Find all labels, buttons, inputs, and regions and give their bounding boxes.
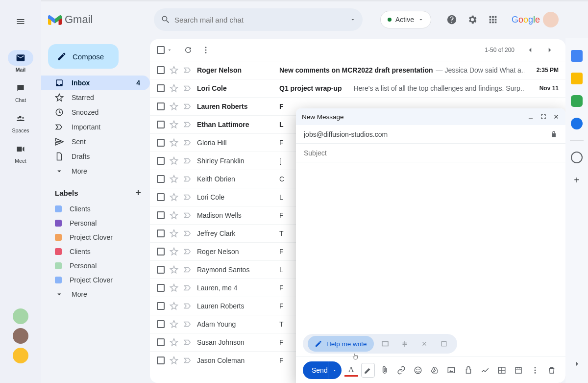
label-item[interactable]: Project Clover (41, 273, 150, 287)
star-icon[interactable] (170, 102, 178, 111)
send-options-button[interactable] (328, 361, 342, 379)
gmail-logo[interactable]: Gmail (48, 13, 148, 26)
send-button[interactable]: Send (303, 361, 342, 379)
image-icon[interactable] (444, 363, 458, 378)
star-icon[interactable] (170, 66, 178, 75)
row-checkbox[interactable] (157, 266, 165, 274)
support-icon[interactable] (446, 14, 458, 26)
important-marker-icon[interactable] (183, 211, 192, 220)
label-item[interactable]: Personal (41, 258, 150, 273)
select-dropdown-icon[interactable] (167, 47, 172, 53)
important-marker-icon[interactable] (183, 302, 192, 310)
prompt-suggest-4-icon[interactable] (436, 336, 452, 352)
star-icon[interactable] (170, 156, 178, 165)
apps-grid-icon[interactable] (487, 14, 499, 26)
star-icon[interactable] (170, 138, 178, 147)
row-checkbox[interactable] (157, 320, 165, 328)
account-avatar[interactable] (543, 12, 559, 27)
rail-mail[interactable]: Mail (5, 50, 36, 73)
search-bar[interactable] (154, 8, 363, 31)
schedule-icon[interactable] (512, 363, 525, 378)
star-icon[interactable] (170, 175, 178, 183)
label-item[interactable]: Project Clover (41, 230, 150, 244)
important-marker-icon[interactable] (183, 356, 192, 365)
avatar-presence-2[interactable] (13, 328, 28, 344)
signature-icon[interactable] (478, 363, 492, 378)
star-icon[interactable] (170, 211, 178, 220)
status-chip[interactable]: Active (380, 11, 431, 28)
row-checkbox[interactable] (157, 211, 165, 219)
avatar-presence-3[interactable] (13, 348, 28, 363)
google-logo[interactable]: Google (512, 12, 559, 27)
row-checkbox[interactable] (157, 248, 165, 255)
compose-body[interactable] (296, 162, 565, 357)
mail-row[interactable]: Lori ColeQ1 project wrap-up — Here's a l… (150, 79, 565, 97)
select-all-checkbox[interactable] (157, 46, 165, 54)
more-icon[interactable] (528, 363, 542, 378)
label-item[interactable]: Clients (41, 202, 150, 216)
important-marker-icon[interactable] (183, 283, 192, 292)
row-checkbox[interactable] (157, 193, 165, 201)
label-item[interactable]: More (41, 287, 150, 301)
prompt-suggest-1-icon[interactable] (377, 336, 393, 352)
compose-button[interactable]: Compose (48, 44, 119, 69)
important-marker-icon[interactable] (183, 338, 192, 347)
layout-icon[interactable] (495, 363, 509, 378)
star-icon[interactable] (170, 338, 178, 347)
drive-icon[interactable] (428, 363, 441, 378)
star-icon[interactable] (170, 283, 178, 292)
compose-subject-input[interactable] (304, 149, 558, 157)
star-icon[interactable] (170, 193, 178, 202)
row-checkbox[interactable] (157, 175, 165, 183)
nav-inbox[interactable]: Inbox 4 (41, 76, 150, 90)
row-checkbox[interactable] (157, 302, 165, 310)
keep-icon[interactable] (571, 73, 583, 84)
important-marker-icon[interactable] (183, 193, 192, 202)
close-button[interactable] (553, 113, 560, 120)
row-checkbox[interactable] (157, 357, 165, 364)
search-input[interactable] (174, 16, 346, 24)
add-label-button[interactable]: + (135, 187, 141, 199)
prompt-suggest-2-icon[interactable] (396, 336, 413, 352)
avatar-presence-1[interactable] (13, 308, 28, 324)
label-item[interactable]: Personal (41, 216, 150, 230)
confidential-icon[interactable] (461, 363, 475, 378)
row-checkbox[interactable] (157, 66, 165, 74)
rail-spaces[interactable]: Spaces (5, 111, 36, 133)
important-marker-icon[interactable] (183, 265, 192, 274)
tasks-icon[interactable] (571, 118, 583, 129)
important-marker-icon[interactable] (183, 138, 192, 147)
phone-icon[interactable] (571, 95, 583, 107)
search-options-icon[interactable] (350, 17, 356, 23)
star-icon[interactable] (170, 356, 178, 365)
calendar-icon[interactable] (571, 50, 583, 62)
add-addon-button[interactable]: + (571, 174, 583, 186)
row-checkbox[interactable] (157, 139, 165, 147)
star-icon[interactable] (170, 247, 178, 256)
row-checkbox[interactable] (157, 230, 165, 237)
addons-icon[interactable] (571, 152, 583, 163)
star-icon[interactable] (170, 265, 178, 274)
nav-sent[interactable]: Sent (41, 134, 150, 149)
nav-important[interactable]: Important (41, 120, 150, 134)
important-marker-icon[interactable] (183, 102, 192, 111)
nav-snoozed[interactable]: Snoozed (41, 105, 150, 120)
prompt-suggest-3-icon[interactable] (416, 336, 433, 352)
help-me-write-button[interactable]: Help me write (308, 336, 374, 352)
attach-icon[interactable] (378, 363, 392, 378)
row-checkbox[interactable] (157, 102, 165, 110)
important-marker-icon[interactable] (183, 247, 192, 256)
important-marker-icon[interactable] (183, 156, 192, 165)
rail-chat[interactable]: Chat (5, 80, 36, 103)
discard-draft-button[interactable] (545, 363, 559, 378)
fullscreen-button[interactable] (540, 113, 547, 120)
settings-icon[interactable] (466, 14, 478, 26)
row-checkbox[interactable] (157, 157, 165, 165)
more-actions-button[interactable] (197, 41, 215, 59)
rail-meet[interactable]: Meet (5, 141, 36, 164)
highlight-pen-icon[interactable] (361, 363, 375, 378)
main-menu-button[interactable] (9, 10, 32, 33)
row-checkbox[interactable] (157, 284, 165, 292)
important-marker-icon[interactable] (183, 229, 192, 238)
important-marker-icon[interactable] (183, 84, 192, 93)
